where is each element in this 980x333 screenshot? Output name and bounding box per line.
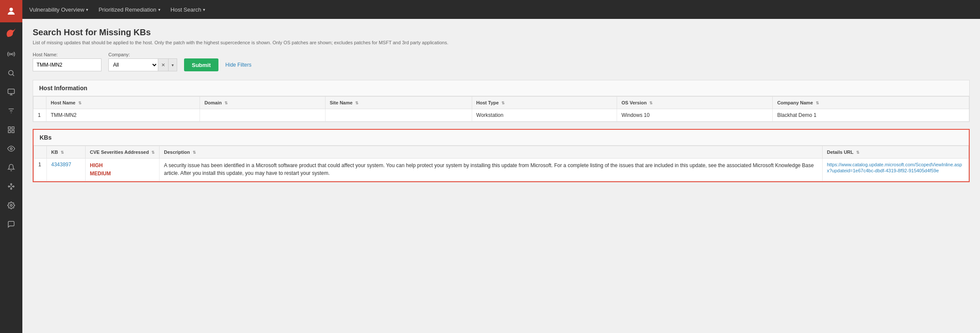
submit-button[interactable]: Submit bbox=[184, 58, 218, 71]
svg-point-0 bbox=[9, 8, 13, 11]
kb-link[interactable]: 4343897 bbox=[51, 162, 71, 168]
details-url-cell: https://www.catalog.update.microsoft.com… bbox=[823, 159, 969, 181]
col-index bbox=[34, 97, 46, 109]
help-icon[interactable] bbox=[0, 215, 22, 234]
settings-icon[interactable] bbox=[0, 196, 22, 215]
dashboard-icon[interactable] bbox=[0, 120, 22, 139]
host-name-label: Host Name: bbox=[33, 52, 101, 57]
nav-prioritized-remediation-label: Prioritized Remediation bbox=[98, 6, 156, 13]
kb-cell: 4343897 bbox=[47, 159, 86, 181]
domain-cell bbox=[200, 109, 325, 122]
description-cell: A security issue has been identified in … bbox=[160, 159, 823, 181]
page-title: Search Host for Missing KBs bbox=[33, 27, 970, 37]
col-site-name[interactable]: Site Name ⇅ bbox=[325, 97, 472, 109]
col-details-url[interactable]: Details URL ⇅ bbox=[823, 146, 969, 159]
col-kb-index bbox=[34, 146, 47, 159]
nav-host-search[interactable]: Host Search ▾ bbox=[171, 5, 206, 15]
topnav: Vulnerability Overview ▾ Prioritized Rem… bbox=[22, 0, 980, 19]
signal-icon[interactable] bbox=[0, 45, 22, 64]
graph-icon[interactable] bbox=[0, 177, 22, 196]
svg-rect-12 bbox=[8, 131, 10, 133]
company-select[interactable]: All bbox=[109, 59, 158, 71]
avatar-icon[interactable] bbox=[0, 0, 22, 22]
company-filter-group: Company: All ✕ ▾ bbox=[108, 52, 177, 71]
content-area: Search Host for Missing KBs List of miss… bbox=[22, 19, 980, 333]
col-os-version[interactable]: OS Version ⇅ bbox=[617, 97, 773, 109]
bird-logo bbox=[0, 22, 22, 45]
host-name-cell: TMM-IMN2 bbox=[46, 109, 200, 122]
col-cve-severities[interactable]: CVE Severities Addressed ⇅ bbox=[86, 146, 160, 159]
details-url-link[interactable]: https://www.catalog.update.microsoft.com… bbox=[827, 162, 962, 173]
kbs-panel: KBs KB ⇅ CVE Severities Addressed ⇅ Desc… bbox=[33, 129, 970, 182]
chevron-down-icon: ▾ bbox=[86, 7, 88, 12]
svg-rect-11 bbox=[12, 127, 14, 129]
col-domain[interactable]: Domain ⇅ bbox=[200, 97, 325, 109]
page-subtitle: List of missing updates that should be a… bbox=[33, 40, 970, 45]
host-info-panel: Host Information Host Name ⇅ Domain ⇅ Si… bbox=[33, 80, 970, 122]
chevron-down-icon: ▾ bbox=[158, 7, 160, 12]
col-host-name[interactable]: Host Name ⇅ bbox=[46, 97, 200, 109]
os-version-cell: Windows 10 bbox=[617, 109, 773, 122]
hide-filters-button[interactable]: Hide Filters bbox=[225, 58, 252, 71]
svg-point-2 bbox=[9, 70, 13, 75]
kbs-title: KBs bbox=[34, 130, 969, 146]
filter-icon[interactable] bbox=[0, 101, 22, 120]
host-name-filter-group: Host Name: bbox=[33, 52, 101, 71]
col-kb[interactable]: KB ⇅ bbox=[47, 146, 86, 159]
svg-point-18 bbox=[11, 188, 12, 189]
nav-prioritized-remediation[interactable]: Prioritized Remediation ▾ bbox=[98, 5, 160, 15]
svg-line-3 bbox=[12, 74, 14, 76]
svg-rect-4 bbox=[8, 89, 15, 94]
search-circle-icon[interactable] bbox=[0, 64, 22, 82]
filter-row: Host Name: Company: All ✕ ▾ Submit Hide … bbox=[33, 52, 970, 71]
company-clear-btn[interactable]: ✕ bbox=[158, 59, 168, 71]
nav-host-search-label: Host Search bbox=[171, 6, 202, 13]
host-name-input[interactable] bbox=[33, 58, 101, 71]
company-dropdown-arrow[interactable]: ▾ bbox=[168, 59, 177, 71]
svg-rect-13 bbox=[12, 131, 14, 133]
chevron-down-icon: ▾ bbox=[203, 7, 205, 12]
monitor-icon[interactable] bbox=[0, 82, 22, 101]
main-area: Vulnerability Overview ▾ Prioritized Rem… bbox=[22, 0, 980, 333]
severity-badge[interactable]: HIGH bbox=[90, 162, 155, 170]
site-name-cell bbox=[325, 109, 472, 122]
svg-point-16 bbox=[11, 183, 12, 185]
host-info-title: Host Information bbox=[33, 80, 969, 96]
svg-point-15 bbox=[8, 186, 9, 187]
svg-point-1 bbox=[11, 54, 12, 55]
alert-icon[interactable] bbox=[0, 158, 22, 177]
host-type-cell: Workstation bbox=[472, 109, 617, 122]
table-row: 1 4343897 HIGHMEDIUM A security issue ha… bbox=[34, 159, 969, 181]
svg-point-23 bbox=[10, 205, 12, 207]
row-num: 1 bbox=[34, 109, 46, 122]
host-info-table: Host Name ⇅ Domain ⇅ Site Name ⇅ Host Ty… bbox=[33, 96, 969, 122]
eye-icon[interactable] bbox=[0, 139, 22, 158]
nav-vulnerability-overview-label: Vulnerability Overview bbox=[29, 6, 84, 13]
col-company-name[interactable]: Company Name ⇅ bbox=[773, 97, 969, 109]
kbs-table: KB ⇅ CVE Severities Addressed ⇅ Descript… bbox=[34, 146, 969, 181]
col-description[interactable]: Description ⇅ bbox=[160, 146, 823, 159]
svg-rect-10 bbox=[8, 127, 10, 129]
severity-cell: HIGHMEDIUM bbox=[86, 159, 160, 181]
svg-point-14 bbox=[10, 148, 12, 150]
table-row: 1 TMM-IMN2 Workstation Windows 10 Blackh… bbox=[34, 109, 969, 122]
company-name-cell: Blackhat Demo 1 bbox=[773, 109, 969, 122]
row-num: 1 bbox=[34, 159, 47, 181]
col-host-type[interactable]: Host Type ⇅ bbox=[472, 97, 617, 109]
svg-point-17 bbox=[13, 186, 14, 187]
severity-badge[interactable]: MEDIUM bbox=[90, 170, 155, 178]
sidebar bbox=[0, 0, 22, 333]
company-label: Company: bbox=[108, 52, 177, 57]
company-select-wrap: All ✕ ▾ bbox=[108, 58, 177, 71]
nav-vulnerability-overview[interactable]: Vulnerability Overview ▾ bbox=[29, 5, 88, 15]
